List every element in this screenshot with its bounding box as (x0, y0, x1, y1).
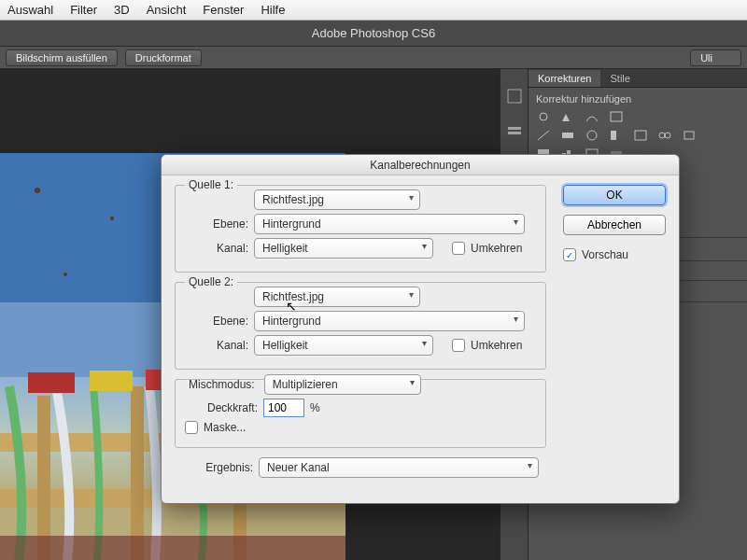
source2-layer-select[interactable]: Hintergrund (254, 311, 525, 331)
dialog-title: Kanalberechnungen (162, 155, 679, 175)
result-label: Ergebnis: (175, 461, 253, 474)
menu-item[interactable]: Fenster (203, 3, 244, 17)
result-select[interactable]: Neuer Kanal (259, 457, 539, 478)
menu-item[interactable]: 3D (114, 3, 130, 17)
ok-button[interactable]: OK (563, 185, 666, 205)
source1-layer-select[interactable]: Hintergrund (254, 214, 525, 234)
svg-point-24 (587, 131, 597, 140)
svg-point-28 (659, 133, 665, 138)
lookup-icon[interactable] (682, 129, 697, 142)
source1-invert-label: Umkehren (471, 242, 522, 255)
calculations-dialog: Kanalberechnungen Quelle 1: Richtfest.jp… (161, 154, 680, 504)
preview-checkbox[interactable]: ✓ (563, 248, 576, 261)
svg-rect-14 (90, 371, 133, 391)
svg-point-2 (35, 188, 40, 193)
svg-rect-11 (131, 386, 144, 560)
tab-styles[interactable]: Stile (600, 70, 639, 87)
svg-point-29 (665, 133, 670, 138)
photo-filter-icon[interactable] (633, 129, 648, 142)
source2-group: Quelle 2: Richtfest.jpg Ebene: Hintergru… (175, 282, 546, 370)
svg-rect-23 (562, 133, 573, 138)
svg-rect-10 (37, 396, 50, 560)
svg-rect-18 (508, 127, 521, 130)
exposure-icon[interactable] (609, 110, 624, 123)
app-title: Adobe Photoshop CS6 (312, 26, 435, 40)
curves-icon[interactable] (585, 110, 599, 123)
svg-point-6 (63, 273, 67, 276)
levels-icon[interactable] (560, 110, 575, 123)
hue-icon[interactable] (560, 129, 575, 142)
svg-rect-26 (616, 131, 622, 140)
opacity-input[interactable] (263, 399, 304, 417)
panel-tabs: Korrekturen Stile (529, 69, 747, 88)
source2-invert-label: Umkehren (471, 339, 522, 352)
source2-legend: Quelle 2: (185, 275, 237, 288)
dialog-buttons: OK Abbrechen ✓ Vorschau (563, 185, 666, 261)
workspace-select[interactable]: Uli (690, 49, 741, 66)
mask-checkbox[interactable] (185, 421, 198, 434)
source1-layer-label: Ebene: (185, 217, 248, 231)
brightness-icon[interactable] (536, 110, 551, 123)
add-correction-label: Korrektur hinzufügen (536, 93, 740, 105)
svg-point-21 (540, 113, 547, 120)
svg-rect-13 (28, 372, 75, 393)
blend-mode-select[interactable]: Multiplizieren (264, 374, 421, 395)
source2-channel-label: Kanal: (185, 339, 248, 352)
source1-channel-label: Kanal: (185, 242, 248, 255)
tab-corrections[interactable]: Korrekturen (529, 70, 600, 87)
balance-icon[interactable] (585, 129, 599, 142)
svg-point-3 (110, 217, 114, 220)
source2-invert-checkbox[interactable] (452, 339, 465, 352)
channel-mixer-icon[interactable] (657, 129, 672, 142)
menu-item[interactable]: Auswahl (7, 3, 53, 17)
mask-label: Maske... (204, 421, 246, 434)
svg-rect-25 (611, 131, 616, 140)
source1-legend: Quelle 1: (185, 178, 237, 191)
svg-rect-27 (635, 131, 646, 140)
blend-group: Mischmodus: Multiplizieren Deckkraft: % … (175, 379, 546, 448)
preview-label: Vorschau (582, 248, 628, 261)
source2-file-select[interactable]: Richtfest.jpg (254, 287, 420, 307)
svg-rect-30 (684, 132, 694, 139)
blend-label: Mischmodus: (185, 378, 259, 391)
source1-group: Quelle 1: Richtfest.jpg Ebene: Hintergru… (175, 185, 546, 273)
print-format-button[interactable]: Druckformat (125, 49, 202, 66)
source1-file-select[interactable]: Richtfest.jpg (254, 189, 420, 210)
app-titlebar: Adobe Photoshop CS6 (0, 21, 747, 47)
percent-label: % (310, 401, 320, 414)
svg-rect-22 (611, 112, 622, 121)
menu-item[interactable]: Hilfe (261, 3, 285, 17)
fill-screen-button[interactable]: Bildschirm ausfüllen (6, 49, 118, 66)
panel-icon[interactable] (506, 88, 523, 105)
vibrance-icon[interactable] (536, 129, 551, 142)
opacity-label: Deckkraft: (185, 401, 258, 414)
bw-icon[interactable] (609, 129, 624, 142)
menubar: Auswahl Filter 3D Ansicht Fenster Hilfe (0, 0, 747, 21)
source2-layer-label: Ebene: (185, 315, 248, 328)
panel-icon[interactable] (506, 123, 523, 140)
options-bar: Bildschirm ausfüllen Druckformat Uli (0, 47, 747, 69)
menu-item[interactable]: Ansicht (147, 3, 187, 17)
menu-item[interactable]: Filter (70, 3, 97, 17)
svg-rect-17 (508, 90, 521, 103)
svg-rect-19 (508, 132, 521, 134)
source1-invert-checkbox[interactable] (452, 242, 465, 255)
svg-rect-16 (0, 536, 345, 560)
cancel-button[interactable]: Abbrechen (563, 215, 666, 235)
source2-channel-select[interactable]: Helligkeit (254, 335, 433, 356)
source1-channel-select[interactable]: Helligkeit (254, 238, 433, 259)
